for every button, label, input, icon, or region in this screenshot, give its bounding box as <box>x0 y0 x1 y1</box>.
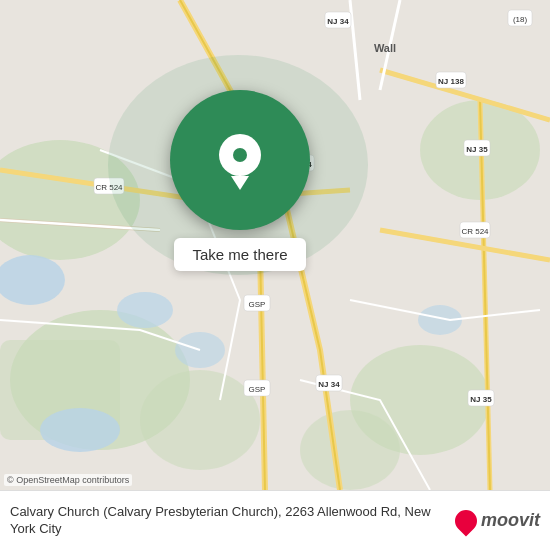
popup-container[interactable]: Take me there <box>130 90 350 271</box>
osm-attribution: © OpenStreetMap contributors <box>4 474 132 486</box>
svg-point-9 <box>117 292 173 328</box>
svg-point-10 <box>40 408 120 452</box>
svg-text:NJ 35: NJ 35 <box>466 145 488 154</box>
take-me-there-button[interactable]: Take me there <box>174 238 305 271</box>
svg-text:(18): (18) <box>513 15 528 24</box>
svg-text:NJ 138: NJ 138 <box>438 77 464 86</box>
svg-text:NJ 34: NJ 34 <box>318 380 340 389</box>
svg-text:GSP: GSP <box>249 300 266 309</box>
svg-text:GSP: GSP <box>249 385 266 394</box>
moovit-pin-icon <box>450 505 481 536</box>
svg-point-5 <box>140 370 260 470</box>
svg-point-7 <box>300 410 400 490</box>
map-container: NJ 34 NJ 34 NJ 34 (18) NJ 138 CR 524 CR … <box>0 0 550 490</box>
moovit-logo: moovit <box>455 510 540 532</box>
bottom-bar: Calvary Church (Calvary Presbyterian Chu… <box>0 490 550 550</box>
moovit-logo-text: moovit <box>481 510 540 531</box>
svg-text:NJ 34: NJ 34 <box>327 17 349 26</box>
svg-text:CR 524: CR 524 <box>461 227 489 236</box>
location-description: Calvary Church (Calvary Presbyterian Chu… <box>10 504 447 538</box>
svg-text:NJ 35: NJ 35 <box>470 395 492 404</box>
location-pin-icon <box>219 134 261 186</box>
svg-text:Wall: Wall <box>374 42 396 54</box>
popup-circle <box>170 90 310 230</box>
